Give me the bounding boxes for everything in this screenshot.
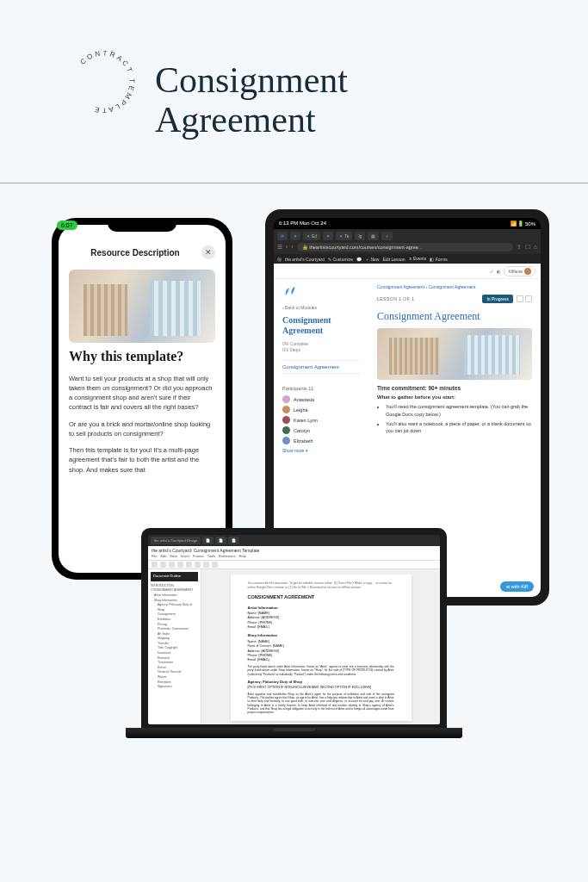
participant-name: Karen Lynn [294, 418, 318, 423]
document-title[interactable]: the artist's Courtyard: Consignment Agre… [152, 548, 436, 553]
list-item: You'll also want a notebook, a piece of … [386, 420, 532, 435]
section-heading: Agency; Fiduciary Duty of Shop [248, 680, 394, 684]
browser-tab[interactable]: ▦ [368, 232, 379, 240]
form-field: Email: [EMAIL] [248, 658, 394, 662]
svg-text:CONTRACT TEMPLATE: CONTRACT TEMPLATE [79, 49, 136, 114]
lesson-hero-image [377, 328, 532, 380]
body-paragraph: Artist appoints and establishes Shop as … [248, 693, 394, 714]
laptop-base [126, 728, 462, 738]
menu-item[interactable]: Insert [181, 554, 189, 558]
phone-screen: Resource Description ✕ Why this template… [59, 225, 226, 573]
prev-lesson-button[interactable] [517, 295, 523, 302]
browser-tab[interactable]: ⟳ [277, 232, 288, 240]
toolbar-button[interactable] [160, 562, 166, 568]
browser-tab[interactable]: ✦ Te [336, 232, 352, 240]
new-link[interactable]: ＋ New [365, 257, 379, 262]
browser-tab[interactable]: lg [355, 232, 365, 240]
toolbar-button[interactable] [169, 562, 175, 568]
avatar [282, 406, 290, 413]
customize-link[interactable]: ✎ Customize [328, 257, 353, 262]
body-paragraph: The party listed above under Artist Info… [248, 665, 394, 675]
browser-tab[interactable]: ✦ Ed [303, 232, 320, 240]
progress-meta: 0% Complete 0/1 Steps [282, 341, 360, 353]
edit-note: You cannot edit this document. To get an… [248, 581, 394, 589]
menu-item[interactable]: File [152, 554, 157, 558]
wp-admin-bar: ⓦ the artist's Courtyard ✎ Customize 💬 ＋… [274, 254, 541, 264]
participant-row[interactable]: Leigha [282, 406, 360, 413]
toolbar-button[interactable] [177, 562, 183, 568]
toolbar-button[interactable] [212, 562, 218, 568]
site-link[interactable]: the artist's Courtyard [285, 257, 325, 262]
browser-tab[interactable]: the artist's Courtyard Design [151, 537, 201, 544]
participant-name: Elizabeth [294, 438, 313, 444]
header-section: CONTRACT TEMPLATE ConsignmentAgreement [0, 0, 588, 165]
breadcrumb[interactable]: Consignment Agreement › Consignment Agre… [377, 284, 532, 289]
forms-link[interactable]: ◧ Forms [430, 257, 448, 262]
tablet-status-bar: 6:13 PM Mon Oct 24 📶 🔋 50% [274, 218, 541, 229]
participant-row[interactable]: Karen Lynn [282, 416, 360, 424]
menu-item[interactable]: Extensions [219, 554, 236, 558]
close-icon[interactable]: ✕ [201, 245, 215, 259]
share-icon[interactable]: ⇧ [517, 244, 522, 251]
menu-item[interactable]: Format [193, 554, 204, 558]
option-note: [PICK FIRST OPTION IF NON-EXCLUSIVE AND … [248, 686, 394, 690]
outline-item[interactable]: Agency; Fiduciary Duty of Shop [151, 603, 198, 612]
phone-modal-title: Resource Description [69, 248, 201, 258]
participant-row[interactable]: Carolyn [282, 426, 360, 434]
chat-widget[interactable]: at with Kiff [500, 581, 534, 592]
participant-row[interactable]: Elizabeth [282, 437, 360, 444]
next-lesson-button[interactable] [525, 295, 532, 302]
toolbar-button[interactable] [195, 562, 201, 568]
menu-item[interactable]: Help [239, 554, 246, 558]
menu-item[interactable]: View [170, 554, 177, 558]
toolbar-button[interactable] [203, 562, 209, 568]
browser-tab[interactable]: 📄 [228, 537, 239, 544]
url-bar[interactable]: 🔒 theartistscourtyard.com/courses/consig… [297, 243, 513, 252]
phone-paragraph: Then this template is for you! It's a mu… [69, 445, 215, 475]
back-to-modules-link[interactable]: ‹ Back to Modules [282, 305, 360, 310]
events-link[interactable]: ⧖ Events [409, 256, 427, 262]
phone-notch [108, 218, 176, 232]
form-field: Phone: [PHONE] [248, 621, 394, 625]
avatar [282, 395, 290, 403]
brand-logo-icon[interactable] [282, 284, 300, 298]
status-badge: In Progress [482, 295, 513, 303]
browser-tab[interactable]: ✦ [323, 232, 333, 240]
menu-item[interactable]: Tools [207, 554, 215, 558]
comments-icon[interactable]: 💬 [356, 257, 362, 262]
browser-tab[interactable]: 📄 [215, 537, 226, 544]
participants-header: Participants 11 [282, 382, 360, 391]
show-more-link[interactable]: Show more ▾ [282, 448, 360, 453]
toolbar-button[interactable] [152, 562, 158, 568]
contrast-icon[interactable]: ◐ [497, 269, 500, 274]
module-link[interactable]: Consignment Agreement [282, 360, 360, 374]
user-menu[interactable]: Kiffanie [504, 266, 535, 276]
page-title: ConsignmentAgreement [155, 60, 545, 140]
form-field: Name: [NAME] [248, 612, 394, 616]
participant-name: Anastasia [294, 397, 314, 402]
avatar [282, 437, 290, 444]
home-icon[interactable]: ⌂ [534, 244, 537, 251]
toolbar-button[interactable] [186, 562, 192, 568]
time-commitment: Time commitment: 90+ minutes [377, 385, 532, 391]
menu-item[interactable]: Edit [160, 554, 166, 558]
back-icon[interactable]: ‹ [286, 244, 288, 251]
lesson-title: Consignment Agreement [377, 310, 532, 323]
forward-icon[interactable]: › [291, 244, 293, 251]
device-showcase: 6:07 Resource Description ✕ Why this tem… [0, 209, 588, 769]
form-field: Point of Contact: [NAME] [248, 644, 394, 649]
browser-tab[interactable]: ✦ [290, 232, 300, 240]
edit-lesson-link[interactable]: Edit Lesson [382, 257, 405, 262]
hamburger-icon[interactable]: ☰ [277, 244, 282, 251]
outline-item[interactable]: Signatures [151, 685, 198, 690]
new-tab-button[interactable]: ＋ [381, 232, 393, 240]
bookmark-icon[interactable]: ☐ [525, 244, 530, 251]
browser-tab[interactable]: 📄 [202, 537, 214, 544]
participant-row[interactable]: Anastasia [282, 395, 360, 403]
gdocs-header: the artist's Courtyard: Consignment Agre… [148, 546, 440, 561]
expand-icon[interactable]: ⤢ [490, 269, 493, 274]
avatar [282, 426, 290, 434]
wp-logo-icon[interactable]: ⓦ [277, 257, 282, 262]
phone-paragraph: Or are you a brick and mortar/online sho… [69, 419, 215, 439]
list-item: You'll need the consignment agreement te… [386, 403, 532, 418]
